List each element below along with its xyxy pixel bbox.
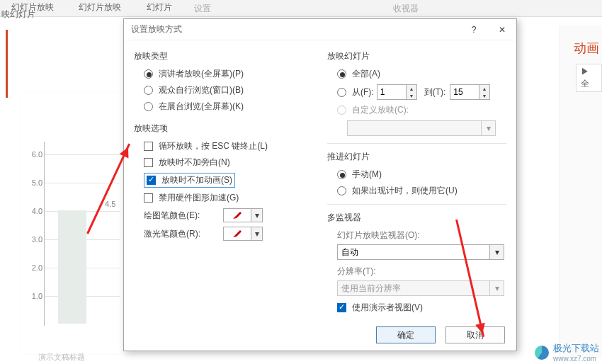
radio-advance-manual[interactable]: 手动(M) bbox=[337, 169, 506, 181]
separator bbox=[327, 143, 506, 144]
spin-down-icon[interactable]: ▾ bbox=[479, 92, 489, 99]
chart-bar-label: 4.5 bbox=[105, 200, 115, 208]
laser-color-label: 激光笔颜色(R): bbox=[144, 228, 220, 240]
cancel-button[interactable]: 取消 bbox=[445, 326, 505, 343]
right-panel-sub[interactable]: ▶ 全 bbox=[576, 64, 602, 92]
show-slides-title: 放映幻灯片 bbox=[327, 50, 506, 62]
checkbox-icon bbox=[337, 303, 346, 312]
check-presenter-view[interactable]: 使用演示者视图(V) bbox=[337, 302, 506, 314]
doc-title: 演示文稿标题 bbox=[38, 352, 85, 363]
right-panel-title: 动画 bbox=[574, 40, 599, 57]
range-from-label: 从(F): bbox=[352, 86, 374, 98]
check-no-narration[interactable]: 放映时不加旁白(N) bbox=[144, 157, 313, 169]
resolution-combo-input bbox=[338, 283, 489, 293]
monitor-combo-label: 幻灯片放映监视器(O): bbox=[337, 229, 506, 241]
radio-label: 演讲者放映(全屏幕)(P) bbox=[159, 68, 244, 80]
watermark-name: 极光下载站 bbox=[553, 343, 599, 353]
radio-slides-all[interactable]: 全部(A) bbox=[337, 68, 506, 80]
checkbox-label: 放映时不加旁白(N) bbox=[159, 157, 230, 169]
to-spinner[interactable]: ▴▾ bbox=[450, 84, 490, 100]
ok-button[interactable]: 确定 bbox=[376, 326, 436, 343]
radio-icon bbox=[144, 69, 153, 79]
titlebar: 设置放映方式 ? ✕ bbox=[124, 19, 516, 40]
advance-title: 推进幻灯片 bbox=[327, 151, 506, 163]
from-input[interactable] bbox=[377, 85, 406, 99]
ribbon-item: 幻灯片放映 bbox=[67, 0, 132, 15]
watermark-url: www.xz7.com bbox=[553, 355, 599, 363]
laser-color-swatch[interactable] bbox=[223, 227, 251, 241]
resolution-label: 分辨率(T): bbox=[337, 266, 506, 278]
radio-label: 如果出现计时，则使用它(U) bbox=[352, 185, 458, 197]
set-up-show-dialog: 设置放映方式 ? ✕ 放映类型 演讲者放映(全屏幕)(P) 观众自行浏览(窗口)… bbox=[123, 18, 517, 351]
chart-ytick: 3.0 bbox=[28, 235, 42, 244]
radio-label: 手动(M) bbox=[352, 169, 382, 181]
show-options-title: 放映选项 bbox=[134, 123, 313, 135]
left-tab: 映幻灯片 bbox=[1, 8, 35, 21]
spin-up-icon[interactable]: ▴ bbox=[479, 85, 489, 92]
ribbon-group-label: 收视器 bbox=[393, 3, 419, 15]
checkbox-label: 放映时不加动画(S) bbox=[161, 174, 232, 186]
range-to-label: 到(T): bbox=[424, 86, 446, 98]
check-no-animation[interactable]: 放映时不加动画(S) bbox=[144, 173, 313, 188]
separator bbox=[327, 204, 506, 205]
ribbon-item: 幻灯片 bbox=[135, 0, 183, 15]
close-button[interactable]: ✕ bbox=[488, 19, 516, 40]
laser-color-dropdown[interactable]: ▾ bbox=[251, 227, 263, 241]
show-type-title: 放映类型 bbox=[134, 50, 313, 62]
watermark-logo-icon bbox=[535, 346, 549, 360]
monitor-combo[interactable]: ▾ bbox=[337, 244, 504, 260]
monitors-title: 多监视器 bbox=[327, 212, 506, 224]
radio-browsed-window[interactable]: 观众自行浏览(窗口)(B) bbox=[144, 84, 313, 96]
radio-icon bbox=[144, 86, 153, 95]
dialog-title: 设置放映方式 bbox=[124, 23, 182, 35]
pen-icon bbox=[232, 229, 243, 239]
watermark: 极光下载站 www.xz7.com bbox=[535, 342, 599, 363]
radio-icon bbox=[337, 186, 346, 195]
monitor-combo-input[interactable] bbox=[338, 247, 489, 257]
checkbox-icon bbox=[144, 158, 153, 167]
chart-ytick: 1.0 bbox=[28, 292, 42, 300]
radio-presented-full[interactable]: 演讲者放映(全屏幕)(P) bbox=[144, 68, 313, 80]
radio-advance-timings[interactable]: 如果出现计时，则使用它(U) bbox=[337, 185, 506, 197]
chart-bar bbox=[58, 210, 86, 324]
check-loop-esc[interactable]: 循环放映，按 ESC 键终止(L) bbox=[144, 140, 313, 152]
chevron-down-icon: ▾ bbox=[489, 281, 504, 295]
to-input[interactable] bbox=[450, 85, 479, 99]
pen-color-row: 绘图笔颜色(E): ▾ bbox=[144, 208, 313, 222]
ribbon: 幻灯片放映 幻灯片放映 幻灯片 bbox=[0, 0, 602, 17]
checkbox-icon bbox=[147, 176, 156, 185]
pen-color-swatch[interactable] bbox=[223, 208, 251, 222]
chart-ytick: 4.0 bbox=[28, 207, 42, 215]
pen-color-label: 绘图笔颜色(E): bbox=[144, 210, 220, 222]
custom-show-input bbox=[348, 123, 481, 133]
checkbox-label: 禁用硬件图形加速(G) bbox=[159, 192, 239, 204]
help-button[interactable]: ? bbox=[460, 19, 488, 40]
spin-up-icon[interactable]: ▴ bbox=[407, 85, 416, 92]
laser-color-row: 激光笔颜色(R): ▾ bbox=[144, 227, 313, 241]
spin-down-icon[interactable]: ▾ bbox=[407, 92, 416, 99]
radio-icon bbox=[144, 102, 153, 111]
checkbox-label: 循环放映，按 ESC 键终止(L) bbox=[159, 140, 268, 152]
checkbox-icon bbox=[144, 193, 153, 203]
resolution-combo: ▾ bbox=[337, 280, 504, 296]
radio-label: 全部(A) bbox=[352, 68, 380, 80]
radio-icon bbox=[337, 170, 346, 179]
chevron-down-icon[interactable]: ▾ bbox=[489, 245, 504, 259]
chart-ytick: 2.0 bbox=[28, 263, 42, 272]
checkbox-label: 使用演示者视图(V) bbox=[352, 302, 423, 314]
radio-icon bbox=[337, 88, 346, 97]
custom-show-combo: ▾ bbox=[347, 120, 496, 136]
thumbnail-highlight bbox=[6, 30, 8, 98]
from-spinner[interactable]: ▴▾ bbox=[377, 84, 417, 100]
radio-icon bbox=[337, 106, 346, 115]
radio-label: 观众自行浏览(窗口)(B) bbox=[159, 84, 244, 96]
radio-kiosk-full[interactable]: 在展台浏览(全屏幕)(K) bbox=[144, 101, 313, 113]
check-disable-hw-accel[interactable]: 禁用硬件图形加速(G) bbox=[144, 192, 313, 204]
checkbox-icon bbox=[144, 142, 153, 151]
radio-slides-range[interactable]: 从(F): ▴▾ 到(T): ▴▾ bbox=[337, 84, 506, 100]
radio-custom-show: 自定义放映(C): bbox=[337, 104, 506, 116]
pen-color-dropdown[interactable]: ▾ bbox=[251, 208, 263, 222]
radio-icon bbox=[337, 69, 346, 79]
chart-ytick: 5.0 bbox=[28, 178, 42, 187]
radio-label: 自定义放映(C): bbox=[352, 104, 409, 116]
